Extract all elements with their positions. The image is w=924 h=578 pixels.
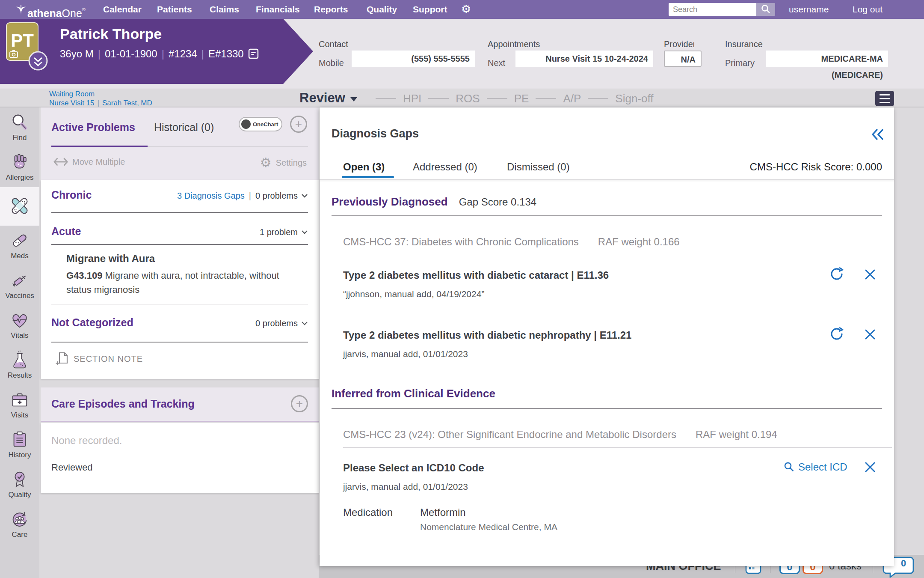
settings-button[interactable]: ⚙ Settings	[260, 156, 307, 169]
next-appointment-value[interactable]: Nurse Visit 15 10-24-2024	[515, 51, 653, 67]
nav-reports[interactable]: Reports	[314, 0, 348, 19]
tab-dismissed[interactable]: Dismissed (0)	[507, 161, 570, 173]
chevron-down-icon	[301, 230, 308, 235]
tab-historical[interactable]: Historical (0)	[154, 121, 214, 134]
care-episodes-header: Care Episodes and Tracking +	[41, 387, 319, 422]
sidebar-label: Vaccines	[5, 292, 34, 300]
sidebar-item-problems-active[interactable]	[0, 187, 39, 226]
sidebar-item-visits[interactable]: Visits	[0, 385, 39, 425]
dismiss-gap-button[interactable]	[864, 461, 877, 475]
close-icon	[864, 268, 877, 281]
step-signoff[interactable]: Sign-off	[615, 92, 653, 105]
sidebar-item-results[interactable]: Results	[0, 345, 39, 385]
nav-calendar[interactable]: Calendar	[103, 0, 142, 19]
nav-claims[interactable]: Claims	[210, 0, 239, 19]
dismiss-gap-button[interactable]	[864, 328, 877, 342]
menu-hamburger-button[interactable]	[875, 91, 894, 106]
search-input[interactable]	[669, 3, 756, 16]
mobile-label: Mobile	[319, 55, 344, 71]
move-arrows-icon	[53, 156, 68, 167]
diagnosis-gaps-panel: Diagnosis Gaps Open (3) Addressed (0) Di…	[320, 107, 894, 566]
diagnosis-gaps-link[interactable]: 3 Diagnosis Gaps	[177, 191, 245, 201]
step-pe[interactable]: PE	[514, 92, 529, 105]
chronic-problem-count[interactable]: 0 problems	[255, 191, 298, 201]
onechart-label: OneChart	[253, 121, 278, 128]
sidebar-label: Find	[12, 134, 27, 142]
sidebar-item-vaccines[interactable]: Vaccines	[0, 265, 39, 305]
add-problem-button[interactable]: +	[290, 116, 307, 133]
primary-insurance-value[interactable]: MEDICARE-MA (MEDICARE)	[766, 51, 888, 67]
cms-hcc-risk-score: CMS-HCC Risk Score: 0.000	[750, 161, 882, 173]
open-tab-underline	[342, 176, 394, 178]
stage-review-dropdown[interactable]: Review	[299, 89, 357, 108]
tab-open[interactable]: Open (3)	[343, 161, 385, 173]
bandage-icon	[9, 195, 30, 217]
search-icon	[761, 4, 771, 14]
readdress-gap-button[interactable]	[829, 327, 845, 343]
acute-section-title[interactable]: Acute	[51, 225, 81, 238]
inferred-header: Inferred from Clinical Evidence	[332, 387, 495, 400]
acute-problem-count[interactable]: 1 problem	[260, 227, 298, 237]
nav-patients[interactable]: Patients	[157, 0, 192, 19]
select-icd-button[interactable]: Select ICD	[784, 461, 847, 473]
chevron-down-icon	[301, 194, 308, 199]
hcc-category-row: CMS-HCC 23 (v24): Other Significant Endo…	[343, 429, 777, 441]
step-hpi[interactable]: HPI	[403, 92, 421, 105]
step-ros[interactable]: ROS	[456, 92, 480, 105]
patient-initials: PT	[11, 30, 34, 51]
nurse-visit-link[interactable]: Nurse Visit 15	[49, 99, 95, 107]
separator: |	[249, 191, 251, 201]
syringe-icon	[10, 271, 30, 290]
section-note-button[interactable]: SECTION NOTE	[56, 352, 143, 366]
step-ap[interactable]: A/P	[563, 92, 581, 105]
dismiss-gap-button[interactable]	[864, 268, 877, 282]
provider-name-link[interactable]: Sarah Test, MD	[102, 99, 152, 107]
pill-icon	[10, 231, 30, 250]
not-categorized-problem-count[interactable]: 0 problems	[255, 319, 298, 328]
ribbon-check-icon	[10, 470, 30, 489]
previously-diagnosed-header: Previously DiagnosedGap Score 0.134	[332, 195, 536, 209]
add-care-episode-button[interactable]: +	[291, 395, 308, 412]
sidebar-item-quality[interactable]: Quality	[0, 465, 39, 504]
waiting-room-link[interactable]: Waiting Room	[49, 90, 95, 98]
mobile-value[interactable]: (555) 555-5555	[352, 51, 475, 67]
move-multiple-button[interactable]: Move Multiple	[53, 156, 125, 167]
provider-value[interactable]: N/A	[664, 51, 702, 67]
gear-icon: ⚙	[260, 156, 272, 169]
settings-gear-icon[interactable]: ⚙	[461, 0, 471, 19]
readdress-gap-button[interactable]	[829, 267, 845, 283]
username-menu[interactable]: username	[789, 0, 829, 19]
separator: |	[162, 48, 164, 60]
search-button[interactable]	[756, 3, 775, 16]
sidebar-item-care[interactable]: Care	[0, 504, 39, 544]
sidebar-item-find[interactable]: Find	[0, 107, 39, 147]
heart-pulse-icon	[10, 310, 30, 330]
collapse-panel-icon[interactable]	[871, 128, 885, 143]
logout-link[interactable]: Log out	[853, 0, 883, 19]
medication-label: Medication	[343, 506, 393, 518]
gap-item-meta: jjarvis, manual add, 01/01/2023	[343, 482, 468, 492]
icd-code: G43.109	[66, 270, 102, 281]
care-episodes-reviewed[interactable]: Reviewed	[51, 462, 93, 473]
sidebar-item-vitals[interactable]: Vitals	[0, 305, 39, 345]
brand-wordmark[interactable]: athenaOne®	[27, 0, 86, 19]
brand-registered: ®	[82, 7, 86, 12]
nav-financials[interactable]: Financials	[256, 0, 300, 19]
gap-item-meta: “jjohnson, manual add, 04/19/2024”	[343, 289, 484, 299]
problem-title[interactable]: Migrane with Aura	[66, 253, 155, 265]
sidebar-item-meds[interactable]: Meds	[0, 226, 39, 265]
sidebar-label: Meds	[11, 252, 29, 260]
encounter-note-icon[interactable]	[248, 50, 259, 61]
nav-support[interactable]: Support	[413, 0, 447, 19]
nav-quality[interactable]: Quality	[367, 0, 397, 19]
sidebar-label: Allergies	[6, 173, 33, 182]
tab-active-problems[interactable]: Active Problems	[51, 121, 135, 134]
collapse-banner-button[interactable]	[28, 51, 48, 71]
tab-addressed[interactable]: Addressed (0)	[413, 161, 477, 173]
sidebar-item-allergies[interactable]: Allergies	[0, 147, 39, 187]
sidebar-item-history[interactable]: History	[0, 425, 39, 465]
not-categorized-section-title[interactable]: Not Categorized	[51, 316, 133, 329]
chronic-section-title[interactable]: Chronic	[51, 189, 92, 201]
onechart-toggle[interactable]: OneChart	[239, 117, 282, 131]
care-episodes-empty-text: None recorded.	[51, 435, 122, 447]
